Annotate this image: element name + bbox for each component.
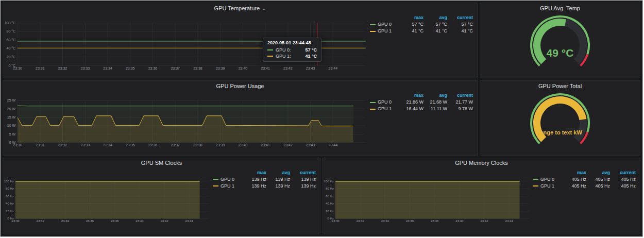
panel-title-gpu-power-total[interactable]: GPU Power Total: [480, 81, 640, 91]
svg-text:23:34: 23:34: [103, 144, 112, 147]
series-swatch-icon: [267, 56, 273, 57]
legend-value: 57 °C: [423, 21, 447, 28]
svg-text:23:40: 23:40: [239, 66, 248, 70]
svg-text:23:38: 23:38: [111, 219, 119, 223]
legend-value: 41 °C: [423, 28, 447, 35]
legend-value: 16.44 W: [400, 106, 423, 112]
legend-series-gpu-0[interactable]: GPU 0: [213, 176, 243, 183]
grafana-dashboard: GPU Temperature 23:3023:3123:3223:3323:3…: [0, 0, 643, 237]
chart-tooltip: 2020-05-01 23:44:48 GPU 0:57 °CGPU 1:41 …: [263, 38, 321, 62]
gpu-sm-clocks-body: 23:3023:3223:3423:3623:3823:4023:4223:44…: [3, 168, 320, 234]
svg-text:23:39: 23:39: [216, 144, 225, 147]
svg-text:20 Hz: 20 Hz: [326, 210, 334, 213]
legend-header-current[interactable]: current: [610, 169, 636, 176]
svg-text:23:31: 23:31: [36, 66, 45, 70]
legend-value: 57 °C: [400, 21, 423, 28]
svg-text:23:41: 23:41: [261, 66, 270, 70]
svg-text:23:34: 23:34: [61, 219, 70, 223]
legend-corner: [533, 169, 563, 176]
svg-text:23:42: 23:42: [480, 219, 488, 223]
svg-text:40 Hz: 40 Hz: [326, 202, 334, 205]
svg-text:23:35: 23:35: [126, 66, 135, 70]
panel-title-gpu-avg-temp[interactable]: GPU Avg. Temp: [480, 3, 640, 13]
gpu-power-usage-chart[interactable]: 23:3023:3123:3223:3323:3423:3523:3623:37…: [3, 91, 369, 155]
panel-title-gpu-memory-clocks[interactable]: GPU Memory Clocks: [323, 158, 640, 168]
svg-text:80 Hz: 80 Hz: [326, 187, 334, 190]
legend-header-max[interactable]: max: [400, 14, 423, 21]
dashboard-row-3: GPU SM Clocks 23:3023:3223:3423:3623:382…: [3, 158, 640, 234]
series-swatch-icon: [213, 185, 218, 186]
dashboard-row-1: GPU Temperature 23:3023:3123:3223:3323:3…: [3, 3, 640, 78]
tooltip-series-value: 57 °C: [305, 47, 317, 53]
legend-header-avg[interactable]: avg: [423, 92, 447, 99]
svg-text:60 °C: 60 °C: [7, 38, 16, 42]
panel-title-text: GPU Power Usage: [216, 83, 264, 89]
series-swatch-icon: [267, 49, 273, 50]
svg-text:23:40: 23:40: [239, 144, 248, 147]
panel-gpu-sm-clocks: GPU SM Clocks 23:3023:3223:3423:3623:382…: [3, 158, 320, 234]
legend-header-avg[interactable]: avg: [266, 169, 290, 176]
legend-value: 11.11 W: [423, 106, 447, 112]
svg-text:23:31: 23:31: [36, 144, 45, 147]
gpu-sm-clocks-chart-area: 23:3023:3223:3423:3623:3823:4023:4223:44…: [3, 168, 212, 234]
panel-title-text: GPU Power Total: [538, 83, 582, 89]
svg-text:23:32: 23:32: [58, 144, 67, 147]
series-swatch-icon: [370, 24, 376, 25]
svg-text:23:35: 23:35: [126, 144, 135, 147]
legend-header-max[interactable]: max: [400, 92, 423, 99]
legend-header-avg[interactable]: avg: [586, 169, 610, 176]
tooltip-series-rows: GPU 0:57 °CGPU 1:41 °C: [267, 47, 317, 59]
series-swatch-icon: [370, 31, 376, 32]
svg-text:23:38: 23:38: [193, 144, 202, 147]
legend-header-current[interactable]: current: [290, 169, 316, 176]
svg-text:23:44: 23:44: [185, 219, 194, 223]
svg-text:5 W: 5 W: [9, 132, 16, 136]
legend-series-gpu-1[interactable]: GPU 1: [370, 28, 400, 35]
legend-table: maxavgcurrentGPU 0139 Hz139 Hz139 HzGPU …: [213, 169, 316, 190]
svg-text:40 Hz: 40 Hz: [6, 202, 14, 205]
panel-title-gpu-temperature[interactable]: GPU Temperature: [3, 3, 477, 13]
series-name: GPU 1: [378, 28, 392, 35]
gpu-temperature-chart-area: 23:3023:3123:3223:3323:3423:3523:3623:37…: [3, 13, 369, 78]
svg-text:23:42: 23:42: [160, 219, 168, 223]
legend-series-gpu-1[interactable]: GPU 1: [213, 183, 243, 190]
gpu-sm-clocks-legend: maxavgcurrentGPU 0139 Hz139 Hz139 HzGPU …: [212, 168, 320, 234]
panel-title-gpu-power-usage[interactable]: GPU Power Usage: [3, 81, 477, 91]
series-name: GPU 0: [221, 176, 234, 183]
legend-series-gpu-1[interactable]: GPU 1: [533, 183, 563, 190]
svg-text:0 °C: 0 °C: [8, 64, 15, 67]
legend-series-gpu-0[interactable]: GPU 0: [370, 21, 400, 28]
legend-series-gpu-1[interactable]: GPU 1: [370, 106, 400, 112]
svg-text:23:43: 23:43: [306, 144, 315, 147]
svg-text:23:33: 23:33: [81, 144, 90, 147]
legend-header-current[interactable]: current: [447, 92, 473, 99]
legend-header-current[interactable]: current: [447, 14, 473, 21]
gpu-memory-clocks-chart-area: 23:3023:3223:3423:3623:3823:4023:4223:44…: [323, 168, 532, 234]
svg-text:23:36: 23:36: [148, 144, 158, 147]
panel-title-text: GPU SM Clocks: [141, 160, 182, 166]
tooltip-row: GPU 0:57 °C: [267, 47, 317, 53]
svg-text:80 Hz: 80 Hz: [6, 187, 14, 190]
legend-table: maxavgcurrentGPU 021.86 W21.68 W21.77 WG…: [370, 92, 473, 112]
gpu-memory-clocks-chart[interactable]: 23:3023:3223:3423:3623:3823:4023:4223:44…: [323, 168, 532, 234]
legend-series-gpu-0[interactable]: GPU 0: [533, 176, 563, 183]
legend-corner: [213, 169, 243, 176]
legend-header-max[interactable]: max: [243, 169, 266, 176]
gpu-sm-clocks-chart[interactable]: 23:3023:3223:3423:3623:3823:4023:4223:44…: [3, 168, 212, 234]
series-swatch-icon: [370, 109, 376, 110]
panel-title-text: GPU Temperature: [214, 5, 260, 11]
svg-text:49 °C: 49 °C: [547, 47, 574, 59]
panel-title-gpu-sm-clocks[interactable]: GPU SM Clocks: [3, 158, 320, 168]
svg-text:25 W: 25 W: [7, 99, 16, 103]
series-name: GPU 1: [221, 183, 234, 190]
legend-header-avg[interactable]: avg: [423, 14, 447, 21]
svg-text:23:44: 23:44: [329, 144, 338, 147]
svg-text:23:41: 23:41: [261, 144, 270, 147]
series-name: GPU 0: [540, 176, 554, 183]
legend-series-gpu-0[interactable]: GPU 0: [370, 99, 400, 106]
svg-text:23:42: 23:42: [283, 66, 293, 70]
legend-value: 405 Hz: [563, 176, 586, 183]
svg-text:23:36: 23:36: [406, 219, 414, 223]
legend-table: maxavgcurrentGPU 0405 Hz405 Hz405 HzGPU …: [533, 169, 636, 190]
legend-header-max[interactable]: max: [563, 169, 586, 176]
